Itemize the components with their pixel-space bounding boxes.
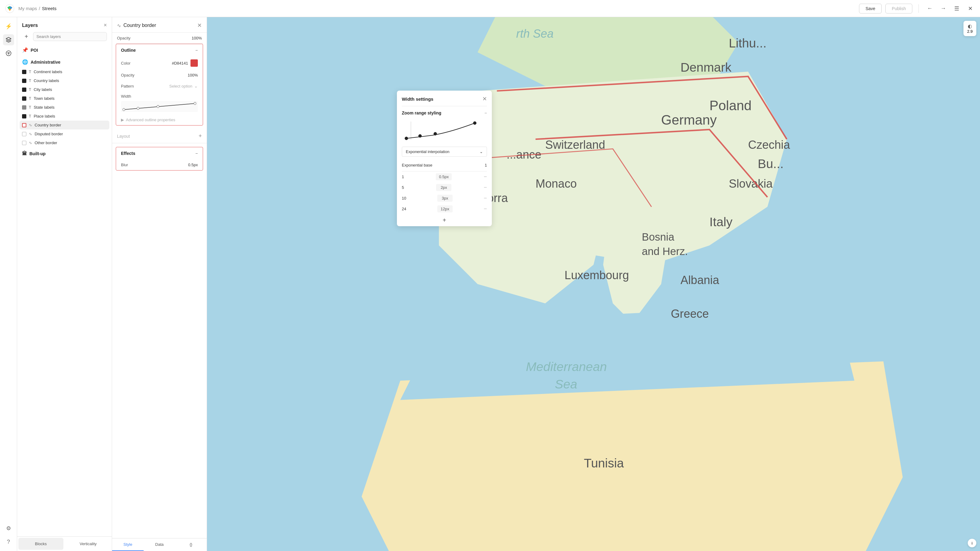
layer-group-admin-header[interactable]: 🌐 Administrative [20,57,109,67]
outline-pattern-select[interactable]: Select option ⌄ [169,84,198,89]
layer-other-border[interactable]: ∿ Other border [20,138,109,147]
layout-section: Layout + [112,129,207,143]
outline-color-row: Color #D84141 [116,56,203,70]
close-icon[interactable]: ✕ [965,4,975,13]
layer-town-labels[interactable]: T Town labels [20,94,109,103]
effects-section-header: Effects − [116,147,203,159]
city-labels-label: City labels [34,87,107,92]
state-checkbox[interactable] [22,105,26,110]
outline-width-graph[interactable] [121,101,198,112]
breadcrumb-parent[interactable]: My maps [18,6,37,11]
chevron-down-icon: ⌄ [194,84,198,89]
layers-icon[interactable] [3,34,14,45]
ws-remove-3-icon[interactable]: − [484,195,487,202]
style-panel-title: ∿ Country border [117,23,156,29]
layers-bottom-tabs: Blocks Verticality [17,536,112,551]
map-area: Sweden Denmark Lithu... Poland Czechia S… [207,17,980,551]
effects-blur-label: Blur [121,162,128,167]
layer-country-labels[interactable]: T Country labels [20,76,109,85]
outline-color-swatch[interactable] [191,59,198,67]
menu-icon[interactable]: ☰ [952,4,962,13]
forward-icon[interactable]: → [939,4,948,13]
ws-remove-2-icon[interactable]: − [484,184,487,191]
puzzle-icon[interactable]: ⚙ [3,523,14,534]
layer-continent-labels[interactable]: T Continent labels [20,67,109,76]
effects-collapse-icon[interactable]: − [196,151,198,156]
style-panel-title-text: Country border [123,23,156,28]
tab-blocks[interactable]: Blocks [18,538,64,550]
breadcrumb-separator: / [39,6,40,11]
ws-px-4: 12px [438,205,453,213]
svg-point-6 [194,102,196,105]
help-icon[interactable]: ? [3,536,14,547]
layer-place-labels[interactable]: T Place labels [20,112,109,121]
back-icon[interactable]: ← [925,4,935,13]
place-checkbox[interactable] [22,114,26,119]
ws-row-1: 1 0.5px − [397,171,492,182]
ws-close-icon[interactable]: ✕ [482,95,487,102]
layer-group-poi-header[interactable]: 📌 POI [20,45,109,56]
lightning-icon[interactable]: ⚡ [3,21,14,32]
country-labels-checkbox[interactable] [22,79,26,83]
publish-button[interactable]: Publish [885,4,912,13]
tab-style[interactable]: Style [112,538,144,551]
ws-row-3: 10 3px − [397,193,492,203]
layer-city-labels[interactable]: T City labels [20,85,109,94]
outline-opacity-value: 100% [188,73,198,78]
tab-code[interactable]: {} [175,538,207,551]
style-panel-close-icon[interactable]: ✕ [197,22,202,29]
ws-section-title: Zoom range styling [402,111,441,115]
outline-pattern-value: Select option [169,84,192,89]
ws-exp-base-label: Exponential base [402,163,433,167]
ws-zoom-1: 1 [402,175,404,179]
disputed-border-label: Disputed border [35,132,107,136]
effects-blur-row: Blur 0.5px [116,159,203,170]
svg-text:Sea: Sea [555,377,577,391]
ws-interpolation-dropdown[interactable]: Exponential interpolation ⌄ [402,147,487,157]
place-labels-label: Place labels [34,114,107,119]
svg-text:Mediterranean: Mediterranean [526,360,607,374]
other-border-label: Other border [35,140,107,145]
layer-disputed-border[interactable]: ∿ Disputed border [20,130,109,138]
svg-point-32 [418,134,422,137]
outline-width-row: Width [116,92,203,114]
ws-remove-4-icon[interactable]: − [484,206,487,212]
layer-group-builtup-header[interactable]: 🏛 Built-up [20,148,109,159]
text-icon-place: T [29,114,31,119]
layout-add-icon[interactable]: + [199,133,202,139]
country-border-checkbox[interactable] [22,123,26,127]
tab-verticality[interactable]: Verticality [66,538,111,550]
other-checkbox[interactable] [22,141,26,145]
ws-collapse-icon[interactable]: − [485,111,487,115]
layers-header: Layers × [17,17,112,32]
svg-text:Germany: Germany [661,112,717,127]
map-info-button[interactable]: i [968,539,976,547]
text-icon-city: T [29,87,31,92]
advanced-outline-row[interactable]: ▶ Advanced outline properties [116,114,203,125]
city-checkbox[interactable] [22,87,26,92]
ws-zoom-4: 24 [402,206,406,211]
continent-checkbox[interactable] [22,70,26,74]
layout-title: Layout [117,134,130,139]
ws-zoom-graph [402,119,487,143]
svg-text:Czechia: Czechia [748,138,791,151]
svg-point-31 [405,137,408,140]
outline-opacity-label: Opacity [121,73,134,78]
layer-state-labels[interactable]: T State labels [20,103,109,112]
search-layers-input[interactable] [33,32,107,41]
outline-color-label: Color [121,61,130,65]
ws-exp-base-row: Exponential base 1 [397,160,492,171]
disputed-checkbox[interactable] [22,132,26,136]
outline-collapse-icon[interactable]: − [196,48,198,52]
ws-add-button[interactable]: + [397,214,492,226]
layer-country-border[interactable]: ∿ Country border [20,121,109,130]
add-layer-button[interactable]: + [22,32,30,41]
town-checkbox[interactable] [22,97,26,101]
tab-data[interactable]: Data [144,538,175,551]
layers-close-icon[interactable]: × [103,22,107,29]
outline-color-value-group: #D84141 [172,59,198,67]
ws-row-4: 24 12px − [397,203,492,214]
filter-icon[interactable] [3,48,14,59]
ws-remove-1-icon[interactable]: − [484,173,487,180]
save-button[interactable]: Save [859,4,882,13]
